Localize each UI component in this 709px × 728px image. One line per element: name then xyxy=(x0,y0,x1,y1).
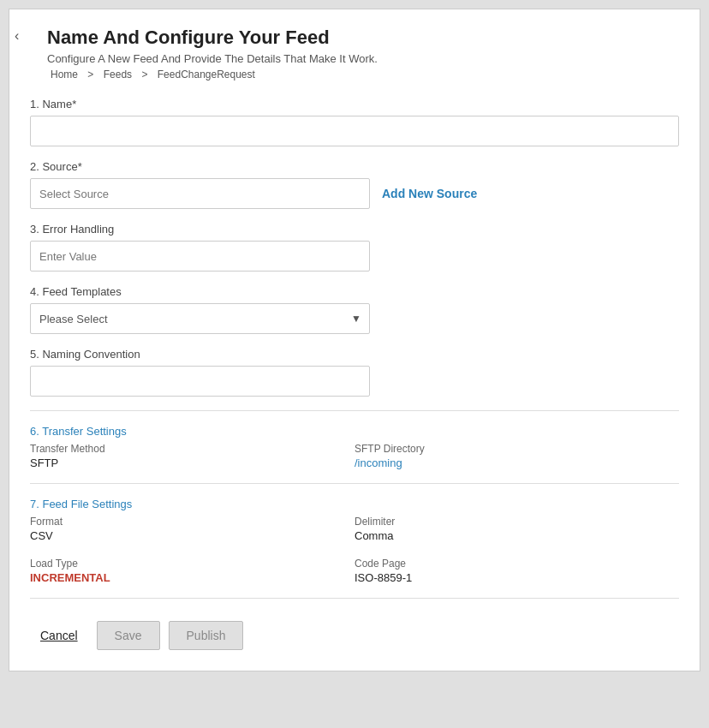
save-button[interactable]: Save xyxy=(97,621,160,650)
sftp-directory-group: SFTP Directory /incoming xyxy=(354,443,679,469)
divider-3 xyxy=(30,598,679,599)
page-subtitle: Configure A New Feed And Provide The Det… xyxy=(47,52,679,65)
footer-buttons: Cancel Save Publish xyxy=(30,612,679,650)
page-title: Name And Configure Your Feed xyxy=(47,27,679,49)
transfer-method-value: SFTP xyxy=(30,456,354,469)
load-type-label: Load Type xyxy=(30,558,354,570)
format-label: Format xyxy=(30,516,354,528)
breadcrumb-home[interactable]: Home xyxy=(51,69,78,81)
source-section: 2. Source* Add New Source xyxy=(30,160,679,209)
feed-templates-select[interactable]: Please Select xyxy=(30,303,370,334)
cancel-button[interactable]: Cancel xyxy=(30,622,88,649)
transfer-settings-label: 6. Transfer Settings xyxy=(30,425,679,438)
page-container: ‹ Name And Configure Your Feed Configure… xyxy=(9,9,700,671)
transfer-settings-section: 6. Transfer Settings Transfer Method SFT… xyxy=(30,425,679,469)
feed-templates-section: 4. Feed Templates Please Select ▼ xyxy=(30,285,679,334)
add-new-source-link[interactable]: Add New Source xyxy=(382,187,477,200)
sftp-directory-value: /incoming xyxy=(354,456,679,469)
load-type-value: INCREMENTAL xyxy=(30,571,354,584)
error-handling-input[interactable] xyxy=(30,241,370,272)
feed-file-settings-section: 7. Feed File Settings Format CSV Delimit… xyxy=(30,498,679,584)
delimiter-value: Comma xyxy=(354,529,679,542)
breadcrumb: Home > Feeds > FeedChangeRequest xyxy=(47,69,679,81)
feed-file-settings-label: 7. Feed File Settings xyxy=(30,498,679,510)
error-handling-label: 3. Error Handling xyxy=(30,223,679,236)
delimiter-group: Delimiter Comma xyxy=(354,516,679,542)
name-label: 1. Name* xyxy=(30,98,679,110)
sftp-directory-label: SFTP Directory xyxy=(354,443,679,455)
source-label: 2. Source* xyxy=(30,160,679,173)
feed-templates-select-wrapper: Please Select ▼ xyxy=(30,303,370,334)
breadcrumb-current: FeedChangeRequest xyxy=(158,69,255,81)
transfer-settings-grid: Transfer Method SFTP SFTP Directory /inc… xyxy=(30,443,679,469)
feed-file-settings-grid: Format CSV Delimiter Comma Load Type INC… xyxy=(30,516,679,584)
transfer-method-group: Transfer Method SFTP xyxy=(30,443,354,469)
source-input[interactable] xyxy=(30,178,370,209)
load-type-group: Load Type INCREMENTAL xyxy=(30,558,354,584)
name-input[interactable] xyxy=(30,116,679,146)
back-arrow-icon[interactable]: ‹ xyxy=(15,28,19,44)
code-page-value: ISO-8859-1 xyxy=(354,571,679,584)
publish-button[interactable]: Publish xyxy=(169,621,244,650)
breadcrumb-feeds[interactable]: Feeds xyxy=(104,69,132,81)
code-page-group: Code Page ISO-8859-1 xyxy=(354,558,679,584)
delimiter-label: Delimiter xyxy=(354,516,679,528)
naming-convention-label: 5. Naming Convention xyxy=(30,348,679,361)
naming-convention-section: 5. Naming Convention xyxy=(30,348,679,397)
name-section: 1. Name* xyxy=(30,98,679,146)
error-handling-section: 3. Error Handling xyxy=(30,223,679,272)
naming-convention-input[interactable] xyxy=(30,366,370,397)
breadcrumb-sep2: > xyxy=(141,69,147,81)
transfer-method-label: Transfer Method xyxy=(30,443,354,455)
format-group: Format CSV xyxy=(30,516,354,542)
divider-2 xyxy=(30,483,679,484)
feed-templates-label: 4. Feed Templates xyxy=(30,285,679,298)
format-value: CSV xyxy=(30,529,354,542)
source-row: Add New Source xyxy=(30,178,679,209)
header-section: Name And Configure Your Feed Configure A… xyxy=(47,27,679,81)
divider-1 xyxy=(30,410,679,411)
code-page-label: Code Page xyxy=(354,558,679,570)
breadcrumb-sep1: > xyxy=(87,69,93,81)
